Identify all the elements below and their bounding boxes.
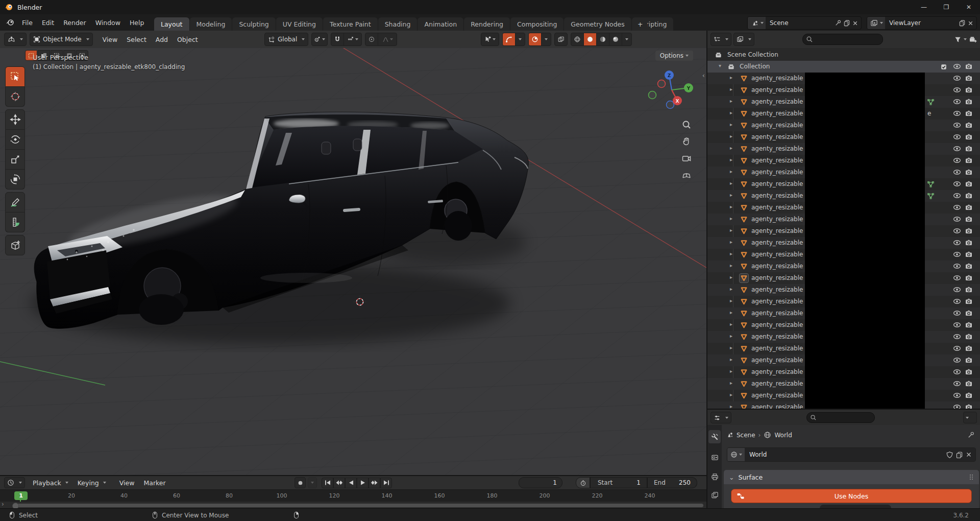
expand-icon[interactable]: ▸ — [730, 133, 732, 139]
outliner-item-label[interactable]: agenty_resizable — [751, 86, 803, 93]
jump-to-end-button[interactable] — [380, 478, 392, 488]
3d-viewport[interactable]: User Perspective (1) Collection | agenty… — [0, 48, 706, 475]
hide-in-viewport-icon[interactable] — [953, 391, 961, 399]
scene-name[interactable]: Scene — [766, 17, 835, 29]
minimize-button[interactable]: — — [913, 0, 935, 14]
blender-menu-icon[interactable] — [5, 18, 15, 27]
disable-in-renders-icon[interactable] — [965, 192, 973, 200]
editor-type-button[interactable] — [4, 33, 27, 46]
disable-in-renders-icon[interactable] — [965, 368, 973, 376]
disable-in-renders-icon[interactable] — [965, 286, 973, 294]
hide-in-viewport-icon[interactable] — [953, 145, 961, 153]
world-datablock-field[interactable]: World — [727, 447, 976, 462]
disable-in-renders-icon[interactable] — [965, 403, 973, 409]
outliner-item-label[interactable]: Scene Collection — [727, 51, 778, 58]
hide-in-viewport-icon[interactable] — [953, 250, 961, 258]
disable-in-renders-icon[interactable] — [965, 156, 973, 164]
outliner-panel[interactable]: Scene Collection ▾ Collection ▸ agenty_r… — [706, 48, 980, 409]
hide-in-viewport-icon[interactable] — [953, 121, 961, 129]
expand-icon[interactable]: ▸ — [730, 192, 732, 198]
expand-icon[interactable]: ▸ — [730, 368, 732, 374]
outliner-item-label[interactable]: agenty_resizable — [751, 286, 803, 293]
properties-options-dropdown[interactable] — [963, 412, 977, 423]
menu-item[interactable]: Add — [151, 33, 173, 45]
snap-settings-dropdown[interactable] — [344, 33, 361, 45]
world-datablock-name[interactable]: World — [745, 448, 946, 461]
expand-icon[interactable]: ▸ — [730, 392, 732, 397]
expand-icon[interactable]: ▸ — [730, 122, 732, 127]
outliner-item-label[interactable]: agenty_resizable — [751, 345, 803, 352]
expand-icon[interactable]: ▸ — [730, 310, 732, 315]
tool-add-cube-button[interactable] — [5, 235, 25, 255]
current-frame-marker[interactable]: 1 — [14, 491, 28, 500]
hide-in-viewport-icon[interactable] — [953, 309, 961, 317]
tool-transform-button[interactable] — [5, 170, 25, 190]
outliner-item-label[interactable]: agenty_resizable — [751, 157, 803, 164]
disable-in-renders-icon[interactable] — [965, 168, 973, 176]
use-preview-range-icon[interactable] — [576, 477, 590, 488]
expand-icon[interactable]: ▸ — [730, 75, 732, 80]
show-gizmo-group[interactable] — [481, 33, 499, 46]
disable-in-renders-icon[interactable] — [965, 297, 973, 305]
scene-icon[interactable] — [748, 17, 766, 29]
disable-in-renders-icon[interactable] — [965, 203, 973, 211]
hide-in-viewport-icon[interactable] — [953, 403, 961, 409]
outliner-item-label[interactable]: agenty_resizable — [751, 404, 803, 409]
disable-in-renders-icon[interactable] — [965, 74, 973, 82]
hide-in-viewport-icon[interactable] — [953, 274, 961, 282]
menu-item[interactable]: Select — [122, 33, 151, 45]
workspace-tab[interactable]: UV Editing — [276, 17, 323, 31]
outliner-item-label[interactable]: agenty_resizable — [751, 251, 803, 258]
tool-annotate-button[interactable] — [5, 192, 25, 212]
breadcrumb-scene[interactable]: Scene — [737, 432, 755, 439]
shading-rendered-icon[interactable] — [609, 33, 622, 45]
end-frame-field[interactable]: End 250 — [647, 477, 697, 488]
add-workspace-tab[interactable]: + — [633, 17, 647, 31]
shading-material-icon[interactable] — [597, 33, 609, 45]
orientation-dropdown[interactable]: Global — [264, 33, 308, 46]
tool-select-box-button[interactable] — [5, 66, 25, 87]
expand-icon[interactable]: ▸ — [730, 216, 732, 221]
tool-move-button[interactable] — [5, 109, 25, 130]
outliner-item-label[interactable]: agenty_resizable — [751, 380, 803, 387]
outliner-item-label[interactable]: agenty_resizable — [751, 298, 803, 305]
timeline-scrollbar[interactable] — [13, 504, 703, 507]
viewlayer-icon[interactable] — [867, 17, 885, 29]
expand-icon[interactable]: ▸ — [730, 357, 732, 362]
shading-solid-icon[interactable] — [584, 33, 597, 45]
outliner-item-label[interactable]: agenty_resizable — [751, 169, 803, 176]
expand-icon[interactable]: ▸ — [730, 86, 732, 92]
expand-icon[interactable]: ▸ — [730, 98, 732, 104]
snap-magnet-icon[interactable] — [331, 33, 344, 45]
jump-to-start-button[interactable] — [322, 478, 333, 488]
expand-icon[interactable]: ▸ — [730, 227, 732, 233]
navigation-gizmo[interactable]: Z Y X — [642, 62, 701, 117]
show-gizmo-icon[interactable] — [481, 33, 499, 45]
overlays-dropdown[interactable] — [542, 33, 551, 45]
expand-icon[interactable]: ▸ — [730, 110, 732, 115]
gizmos-toggle-group[interactable] — [502, 33, 525, 46]
close-button[interactable]: ✕ — [958, 0, 980, 14]
expand-icon[interactable]: ▸ — [730, 274, 732, 280]
camera-view-icon[interactable] — [681, 153, 692, 163]
disable-in-renders-icon[interactable] — [965, 121, 973, 129]
outliner-item-label[interactable]: agenty_resizable — [751, 122, 803, 129]
hide-in-viewport-icon[interactable] — [953, 109, 961, 117]
snap-group[interactable] — [331, 33, 362, 46]
hide-in-viewport-icon[interactable] — [953, 74, 961, 82]
outliner-item-label[interactable]: agenty_resizable — [751, 357, 803, 364]
outliner-item-label[interactable]: agenty_resizable — [751, 145, 803, 152]
shading-dropdown[interactable] — [622, 33, 631, 45]
disable-in-renders-icon[interactable] — [965, 274, 973, 282]
world-datablock-icon[interactable] — [727, 448, 745, 461]
tab-output[interactable] — [708, 470, 721, 483]
timeline-expand-icon[interactable]: › — [2, 501, 4, 508]
overlays-toggle-group[interactable] — [528, 33, 551, 46]
panel-drag-dots-icon[interactable] — [969, 474, 975, 480]
outliner-filter-dropdown[interactable] — [954, 36, 967, 43]
hide-in-viewport-icon[interactable] — [953, 380, 961, 388]
outliner-item-label[interactable]: agenty_resizable — [751, 274, 803, 281]
hide-in-viewport-icon[interactable] — [953, 262, 961, 270]
scene-selector[interactable]: Scene — [747, 16, 862, 30]
hide-in-viewport-icon[interactable] — [953, 62, 961, 70]
